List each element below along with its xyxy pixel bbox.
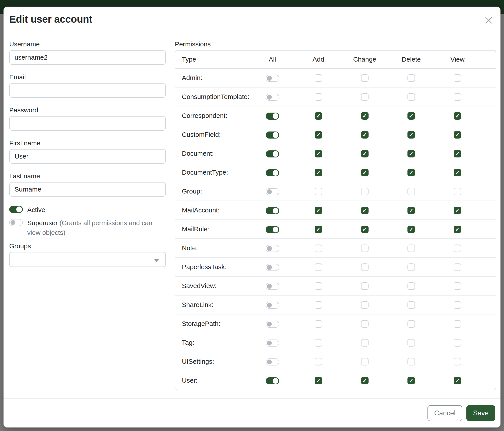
perm-delete-checkbox[interactable] (407, 282, 415, 290)
perm-change-checkbox[interactable]: ✓ (361, 112, 369, 120)
perm-add-checkbox[interactable] (315, 263, 322, 271)
perm-view-checkbox[interactable]: ✓ (454, 207, 461, 214)
perm-change-checkbox[interactable]: ✓ (361, 377, 369, 384)
perm-delete-checkbox[interactable] (407, 339, 415, 347)
perm-all-toggle[interactable] (266, 359, 279, 366)
perm-view-checkbox[interactable] (454, 282, 461, 290)
perm-all-toggle[interactable] (266, 283, 279, 290)
perm-view-checkbox[interactable]: ✓ (454, 169, 461, 176)
perm-change-checkbox[interactable] (361, 301, 369, 309)
perm-change-checkbox[interactable] (361, 93, 369, 101)
perm-view-checkbox[interactable] (454, 244, 461, 252)
perm-add-checkbox[interactable] (315, 320, 322, 328)
perm-change-checkbox[interactable]: ✓ (361, 150, 369, 157)
perm-delete-checkbox[interactable] (407, 74, 415, 82)
perm-change-checkbox[interactable] (361, 320, 369, 328)
perm-add-checkbox[interactable] (315, 244, 322, 252)
perm-all-toggle[interactable] (266, 321, 279, 328)
perm-all-toggle[interactable] (266, 150, 279, 157)
perm-all-toggle[interactable] (266, 264, 279, 271)
perm-change-checkbox[interactable] (361, 282, 369, 290)
perm-view-checkbox[interactable] (454, 93, 461, 101)
perm-all-toggle[interactable] (266, 169, 279, 176)
perm-view-checkbox[interactable] (454, 320, 461, 328)
save-button[interactable]: Save (466, 405, 495, 421)
superuser-toggle[interactable] (9, 219, 23, 226)
perm-view-checkbox[interactable] (454, 188, 461, 195)
close-button[interactable] (483, 15, 494, 26)
active-toggle[interactable] (9, 206, 23, 213)
perm-delete-checkbox[interactable] (407, 320, 415, 328)
perm-view-checkbox[interactable]: ✓ (454, 112, 461, 120)
perm-delete-checkbox[interactable]: ✓ (407, 226, 415, 233)
perm-add-checkbox[interactable]: ✓ (315, 131, 322, 139)
perm-add-checkbox[interactable]: ✓ (315, 169, 322, 176)
perm-add-checkbox[interactable] (315, 93, 322, 101)
username-input[interactable] (9, 50, 166, 65)
toggle-knob (273, 132, 278, 138)
perm-delete-checkbox[interactable]: ✓ (407, 131, 415, 139)
perm-add-checkbox[interactable] (315, 301, 322, 309)
perm-delete-checkbox[interactable]: ✓ (407, 169, 415, 176)
perm-all-toggle[interactable] (266, 377, 279, 384)
perm-all-toggle[interactable] (266, 340, 279, 347)
perm-change-checkbox[interactable]: ✓ (361, 207, 369, 214)
perm-view-checkbox[interactable] (454, 263, 461, 271)
perm-all-toggle[interactable] (266, 226, 279, 233)
perm-change-checkbox[interactable]: ✓ (361, 226, 369, 233)
perm-delete-checkbox[interactable] (407, 93, 415, 101)
perm-all-toggle[interactable] (266, 188, 279, 195)
perm-add-checkbox[interactable]: ✓ (315, 226, 322, 233)
perm-change-checkbox[interactable] (361, 188, 369, 195)
perm-add-checkbox[interactable]: ✓ (315, 377, 322, 384)
last-name-label: Last name (9, 172, 166, 180)
perm-delete-checkbox[interactable] (407, 358, 415, 366)
perm-add-checkbox[interactable]: ✓ (315, 112, 322, 120)
perm-add-checkbox[interactable] (315, 74, 322, 82)
perm-all-toggle[interactable] (266, 113, 279, 120)
perm-row-spacer (480, 125, 496, 144)
password-input[interactable] (9, 116, 166, 131)
perm-change-checkbox[interactable] (361, 263, 369, 271)
perm-change-checkbox[interactable] (361, 74, 369, 82)
email-input[interactable] (9, 83, 166, 98)
perm-view-checkbox[interactable] (454, 358, 461, 366)
perm-change-checkbox[interactable] (361, 339, 369, 347)
perm-delete-checkbox[interactable]: ✓ (407, 150, 415, 157)
perm-all-toggle[interactable] (266, 94, 279, 101)
perm-delete-checkbox[interactable] (407, 188, 415, 195)
perm-all-toggle[interactable] (266, 302, 279, 309)
perm-change-checkbox[interactable]: ✓ (361, 169, 369, 176)
perm-change-checkbox[interactable] (361, 244, 369, 252)
perm-delete-checkbox[interactable]: ✓ (407, 112, 415, 120)
perm-view-checkbox[interactable] (454, 301, 461, 309)
perm-all-toggle[interactable] (266, 245, 279, 252)
perm-add-checkbox[interactable] (315, 282, 322, 290)
perm-delete-checkbox[interactable]: ✓ (407, 207, 415, 214)
perm-view-checkbox[interactable]: ✓ (454, 226, 461, 233)
perm-row-label: Document: (175, 144, 249, 163)
perm-all-toggle[interactable] (266, 207, 279, 214)
perm-change-checkbox[interactable]: ✓ (361, 131, 369, 139)
perm-delete-checkbox[interactable] (407, 263, 415, 271)
perm-delete-checkbox[interactable] (407, 244, 415, 252)
groups-select[interactable] (9, 252, 166, 267)
perm-all-toggle[interactable] (266, 132, 279, 139)
perm-add-checkbox[interactable]: ✓ (315, 150, 322, 157)
perm-delete-checkbox[interactable]: ✓ (407, 377, 415, 384)
perm-add-checkbox[interactable]: ✓ (315, 207, 322, 214)
perm-delete-checkbox[interactable] (407, 301, 415, 309)
perm-view-checkbox[interactable] (454, 339, 461, 347)
perm-add-checkbox[interactable] (315, 188, 322, 195)
cancel-button[interactable]: Cancel (427, 405, 462, 421)
perm-add-checkbox[interactable] (315, 339, 322, 347)
perm-all-toggle[interactable] (266, 75, 279, 82)
perm-view-checkbox[interactable]: ✓ (454, 377, 461, 384)
perm-view-checkbox[interactable]: ✓ (454, 150, 461, 157)
perm-view-checkbox[interactable] (454, 74, 461, 82)
first-name-input[interactable] (9, 149, 166, 164)
perm-add-checkbox[interactable] (315, 358, 322, 366)
perm-change-checkbox[interactable] (361, 358, 369, 366)
last-name-input[interactable] (9, 182, 166, 197)
perm-view-checkbox[interactable]: ✓ (454, 131, 461, 139)
